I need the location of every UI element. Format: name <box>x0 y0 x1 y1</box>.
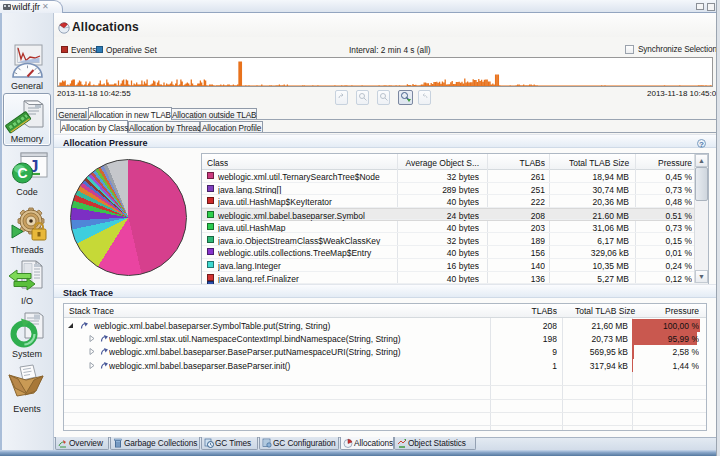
svg-text:C: C <box>18 165 28 181</box>
